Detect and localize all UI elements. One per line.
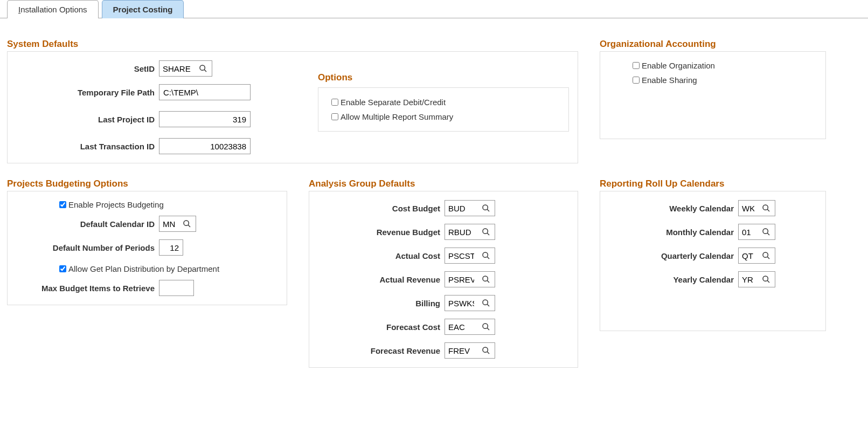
section-title-org-accounting: Organizational Accounting bbox=[600, 39, 826, 50]
yearly-calendar-lookup bbox=[738, 271, 775, 287]
allow-get-plan-distribution-checkbox[interactable] bbox=[59, 265, 66, 272]
quarterly-calendar-value[interactable] bbox=[739, 248, 758, 263]
enable-sharing-checkbox[interactable] bbox=[633, 77, 640, 84]
forecast-cost-value[interactable] bbox=[445, 319, 477, 334]
cost-budget-value[interactable] bbox=[445, 201, 477, 216]
svg-point-16 bbox=[483, 347, 488, 352]
weekly-calendar-value[interactable] bbox=[739, 201, 758, 216]
svg-line-5 bbox=[487, 209, 489, 211]
label-forecast-cost: Forecast Cost bbox=[318, 322, 445, 332]
tab-installation-options[interactable]: Installation Options bbox=[7, 0, 99, 18]
inner-title-options: Options bbox=[318, 72, 569, 83]
tab-label: Project Costing bbox=[113, 5, 173, 14]
svg-line-17 bbox=[487, 352, 489, 354]
search-icon[interactable] bbox=[477, 346, 495, 355]
set-id-value[interactable] bbox=[159, 61, 195, 76]
svg-line-19 bbox=[767, 209, 769, 211]
svg-point-12 bbox=[483, 300, 488, 305]
monthly-calendar-lookup bbox=[738, 224, 775, 240]
tab-project-costing[interactable]: Project Costing bbox=[102, 0, 184, 18]
billing-value[interactable] bbox=[445, 296, 477, 311]
section-title-analysis: Analysis Group Defaults bbox=[309, 178, 578, 189]
label-actual-revenue: Actual Revenue bbox=[318, 275, 445, 284]
label-weekly-calendar: Weekly Calendar bbox=[609, 204, 738, 213]
default-periods-input[interactable] bbox=[159, 239, 183, 256]
search-icon[interactable] bbox=[477, 204, 495, 212]
search-icon[interactable] bbox=[195, 64, 212, 73]
svg-line-21 bbox=[767, 233, 769, 235]
search-icon[interactable] bbox=[178, 219, 196, 228]
enable-organization-label: Enable Organization bbox=[642, 61, 715, 70]
temp-file-path-input[interactable] bbox=[159, 84, 251, 100]
enable-organization-checkbox[interactable] bbox=[633, 62, 640, 69]
cost-budget-lookup bbox=[445, 200, 495, 216]
page-content: System Defaults SetID Tempora bbox=[0, 18, 868, 384]
weekly-calendar-lookup bbox=[738, 200, 775, 216]
svg-line-11 bbox=[487, 280, 489, 283]
svg-line-15 bbox=[487, 328, 489, 330]
yearly-calendar-value[interactable] bbox=[739, 272, 758, 287]
enable-separate-debit-credit-checkbox[interactable] bbox=[331, 99, 338, 106]
svg-point-24 bbox=[763, 276, 768, 281]
default-calendar-id-lookup bbox=[159, 216, 196, 232]
label-set-id: SetID bbox=[16, 64, 159, 73]
tab-label-rest: nstallation Options bbox=[20, 5, 87, 14]
search-icon[interactable] bbox=[758, 251, 775, 260]
section-title-system-defaults: System Defaults bbox=[7, 39, 578, 50]
svg-point-6 bbox=[483, 229, 488, 233]
svg-point-0 bbox=[200, 65, 205, 70]
label-actual-cost: Actual Cost bbox=[318, 251, 445, 260]
svg-point-2 bbox=[184, 221, 189, 225]
svg-point-18 bbox=[763, 205, 768, 210]
svg-point-10 bbox=[483, 276, 488, 281]
section-title-budgeting: Projects Budgeting Options bbox=[7, 178, 287, 189]
enable-sharing-label: Enable Sharing bbox=[642, 75, 697, 85]
search-icon[interactable] bbox=[758, 204, 775, 212]
enable-projects-budgeting-checkbox[interactable] bbox=[59, 201, 66, 208]
last-project-id-input[interactable] bbox=[159, 111, 251, 127]
enable-projects-budgeting-label: Enable Projects Budgeting bbox=[68, 200, 164, 209]
section-title-reporting: Reporting Roll Up Calendars bbox=[600, 178, 826, 189]
default-calendar-id-value[interactable] bbox=[159, 216, 178, 231]
revenue-budget-value[interactable] bbox=[445, 224, 477, 239]
search-icon[interactable] bbox=[758, 228, 775, 236]
monthly-calendar-value[interactable] bbox=[739, 224, 758, 239]
forecast-revenue-value[interactable] bbox=[445, 343, 477, 358]
allow-multiple-report-summary-label: Allow Multiple Report Summary bbox=[341, 112, 453, 121]
search-icon[interactable] bbox=[477, 299, 495, 307]
label-monthly-calendar: Monthly Calendar bbox=[609, 228, 738, 237]
label-billing: Billing bbox=[318, 299, 445, 308]
search-icon[interactable] bbox=[477, 228, 495, 236]
svg-line-23 bbox=[767, 257, 769, 259]
svg-line-1 bbox=[204, 70, 206, 72]
label-default-calendar-id: Default Calendar ID bbox=[16, 219, 159, 229]
svg-point-14 bbox=[483, 324, 488, 328]
actual-revenue-value[interactable] bbox=[445, 272, 477, 287]
search-icon[interactable] bbox=[758, 275, 775, 284]
quarterly-calendar-lookup bbox=[738, 248, 775, 264]
label-forecast-revenue: Forecast Revenue bbox=[318, 346, 445, 355]
last-transaction-id-input[interactable] bbox=[159, 138, 251, 154]
label-cost-budget: Cost Budget bbox=[318, 204, 445, 213]
label-last-transaction-id: Last Transaction ID bbox=[16, 142, 159, 151]
allow-multiple-report-summary-checkbox[interactable] bbox=[331, 113, 338, 120]
svg-point-4 bbox=[483, 205, 488, 210]
svg-line-3 bbox=[188, 225, 190, 227]
svg-line-13 bbox=[487, 304, 489, 306]
search-icon[interactable] bbox=[477, 275, 495, 284]
label-max-budget-items: Max Budget Items to Retrieve bbox=[16, 284, 159, 293]
label-revenue-budget: Revenue Budget bbox=[318, 228, 445, 237]
search-icon[interactable] bbox=[477, 251, 495, 260]
svg-point-20 bbox=[763, 229, 768, 233]
label-default-periods: Default Number of Periods bbox=[16, 243, 159, 252]
max-budget-items-input[interactable] bbox=[159, 280, 194, 296]
actual-cost-value[interactable] bbox=[445, 248, 477, 263]
set-id-lookup bbox=[159, 60, 212, 77]
label-quarterly-calendar: Quarterly Calendar bbox=[609, 251, 738, 260]
svg-line-25 bbox=[767, 280, 769, 283]
search-icon[interactable] bbox=[477, 322, 495, 331]
allow-get-plan-distribution-label: Allow Get Plan Distribution by Departmen… bbox=[68, 264, 219, 273]
svg-point-22 bbox=[763, 252, 768, 257]
tab-bar: Installation Options Project Costing bbox=[0, 0, 868, 18]
label-last-project-id: Last Project ID bbox=[16, 115, 159, 124]
